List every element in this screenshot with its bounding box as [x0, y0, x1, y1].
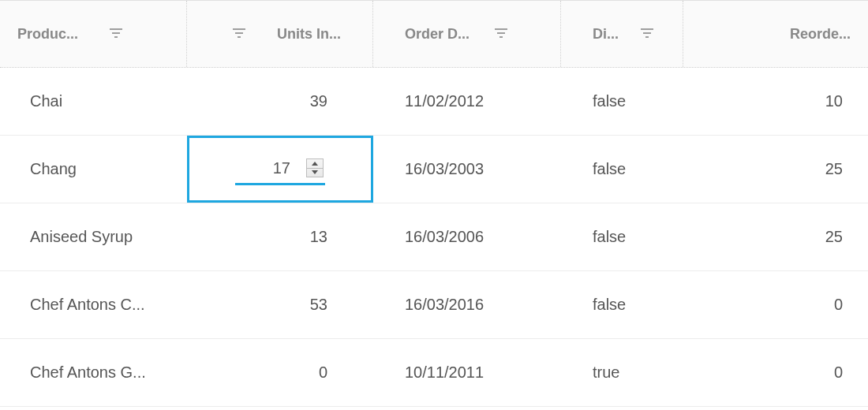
spinner-up-button[interactable]	[307, 159, 323, 168]
spinner	[306, 158, 324, 177]
column-label-reorder: Reorde...	[790, 26, 851, 43]
cell-discontinued[interactable]: false	[561, 136, 683, 203]
table-row: Chang 16/03/2003 false 25	[0, 136, 868, 203]
cell-reorder[interactable]: 25	[683, 203, 868, 270]
cell-product[interactable]: Aniseed Syrup	[0, 203, 187, 270]
cell-orderdate[interactable]: 16/03/2006	[373, 203, 561, 270]
cell-product[interactable]: Chai	[0, 68, 187, 135]
filter-icon[interactable]	[233, 28, 245, 39]
table-row: Chef Antons G... 0 10/11/2011 true 0	[0, 339, 868, 407]
cell-editor	[187, 136, 373, 203]
cell-discontinued[interactable]: false	[561, 68, 683, 135]
cell-units[interactable]: 39	[187, 68, 373, 135]
cell-product[interactable]: Chef Antons C...	[0, 271, 187, 338]
cell-units[interactable]: 13	[187, 203, 373, 270]
filter-icon[interactable]	[495, 28, 507, 39]
column-label-orderdate: Order D...	[405, 26, 470, 43]
spinner-down-button[interactable]	[307, 168, 323, 177]
cell-product[interactable]: Chang	[0, 136, 187, 203]
column-label-units: Units In...	[277, 26, 341, 43]
cell-reorder[interactable]: 0	[683, 271, 868, 338]
column-header-product[interactable]: Produc...	[0, 1, 187, 67]
column-header-orderdate[interactable]: Order D...	[373, 1, 561, 67]
units-input[interactable]	[237, 158, 292, 178]
filter-icon[interactable]	[110, 28, 122, 39]
cell-product[interactable]: Chef Antons G...	[0, 339, 187, 406]
numeric-editor	[235, 154, 325, 185]
data-grid: Produc... Units In... Order D... Di... R…	[0, 0, 868, 410]
chevron-down-icon	[312, 170, 318, 174]
table-row: Chai 39 11/02/2012 false 10	[0, 68, 868, 136]
cell-units-editing[interactable]	[187, 136, 373, 203]
cell-orderdate[interactable]: 16/03/2016	[373, 271, 561, 338]
grid-header-row: Produc... Units In... Order D... Di... R…	[0, 0, 868, 68]
table-row: Aniseed Syrup 13 16/03/2006 false 25	[0, 203, 868, 271]
chevron-up-icon	[312, 162, 318, 166]
cell-orderdate[interactable]: 10/11/2011	[373, 339, 561, 406]
column-header-reorder[interactable]: Reorde...	[683, 1, 868, 67]
cell-orderdate[interactable]: 11/02/2012	[373, 68, 561, 135]
filter-icon[interactable]	[641, 28, 653, 39]
cell-reorder[interactable]: 25	[683, 136, 868, 203]
cell-units[interactable]: 0	[187, 339, 373, 406]
table-row: Chef Antons C... 53 16/03/2016 false 0	[0, 271, 868, 339]
grid-body: Chai 39 11/02/2012 false 10 Chang	[0, 68, 868, 410]
column-header-units[interactable]: Units In...	[187, 1, 373, 67]
cell-discontinued[interactable]: false	[561, 271, 683, 338]
cell-orderdate[interactable]: 16/03/2003	[373, 136, 561, 203]
cell-units[interactable]: 53	[187, 271, 373, 338]
cell-discontinued[interactable]: true	[561, 339, 683, 406]
column-header-discontinued[interactable]: Di...	[561, 1, 683, 67]
cell-discontinued[interactable]: false	[561, 203, 683, 270]
column-label-product: Produc...	[17, 26, 78, 43]
cell-reorder[interactable]: 10	[683, 68, 868, 135]
column-label-discontinued: Di...	[593, 26, 619, 43]
cell-reorder[interactable]: 0	[683, 339, 868, 406]
